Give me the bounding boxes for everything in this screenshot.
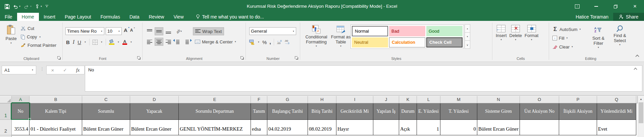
tell-me-box[interactable]: Tell me what you want to do... <box>196 13 264 21</box>
font-color-icon[interactable]: A <box>122 40 127 45</box>
collapse-ribbon-icon[interactable] <box>635 55 639 57</box>
column-header-K[interactable]: K <box>399 96 417 103</box>
formula-bar-drag-handle[interactable]: ⋮ <box>40 66 44 71</box>
column-header-O[interactable]: O <box>520 96 559 103</box>
touch-mode-button[interactable]: ▼ <box>35 4 42 9</box>
cell-E2[interactable]: GENEL YÖNETİM-MERKEZ <box>179 120 251 135</box>
ribbon-display-options-button[interactable]: ↑ <box>570 0 584 13</box>
share-button[interactable]: Share <box>613 13 644 21</box>
cell-C1[interactable]: Sorumlu <box>82 103 130 120</box>
cell-M2[interactable]: 0 <box>440 120 477 135</box>
clipboard-dialog-launcher-icon[interactable] <box>57 56 61 60</box>
orientation-button[interactable]: ab▼ <box>173 27 185 35</box>
format-painter-button[interactable]: Format Painter <box>21 41 56 49</box>
autosum-dropdown-icon[interactable]: ▼ <box>579 28 581 30</box>
cell-K1[interactable]: Durum <box>399 103 417 120</box>
bold-button[interactable]: B <box>66 39 70 45</box>
fill-dropdown-icon[interactable]: ▼ <box>566 37 568 39</box>
cell-D1[interactable]: Yapacak <box>130 103 179 120</box>
name-box-dropdown-icon[interactable]: ▼ <box>32 69 34 71</box>
cell-D2[interactable]: Bülent Ercan Güner <box>130 120 179 135</box>
select-all-corner[interactable] <box>0 96 12 103</box>
clear-button[interactable]: Clear ▼ <box>552 42 581 51</box>
scroll-up-icon[interactable]: ▲ <box>638 96 644 102</box>
column-header-F[interactable]: F <box>251 96 267 103</box>
restore-button[interactable] <box>608 0 623 13</box>
wrap-text-button[interactable]: Wrap Text <box>193 27 224 35</box>
undo-button[interactable]: ▼ <box>13 4 21 9</box>
cell-Q2[interactable]: Evet <box>597 120 636 135</box>
cell-A2[interactable]: 3553.4 <box>12 120 30 135</box>
formula-input[interactable]: No <box>85 65 642 92</box>
save-icon[interactable] <box>5 4 10 9</box>
cell-B1[interactable]: Kalem Tipi <box>30 103 82 120</box>
undo-dropdown-icon[interactable]: ▼ <box>19 5 21 7</box>
cell-H1[interactable]: Bitiş Tarihi <box>308 103 336 120</box>
gallery-more-icon[interactable]: —▼ <box>465 40 470 49</box>
conditional-formatting-dropdown-icon[interactable]: ▼ <box>315 45 317 47</box>
align-left-button[interactable] <box>145 38 154 46</box>
format-cells-button[interactable]: Format ▼ <box>525 25 538 41</box>
underline-button[interactable]: U <box>77 39 81 45</box>
row-header-2[interactable]: 2 <box>0 120 12 135</box>
decrease-indent-button[interactable] <box>173 38 182 46</box>
cell-O1[interactable]: Üst Aksiyon No <box>520 103 559 120</box>
paste-dropdown-icon[interactable]: ▼ <box>10 42 12 44</box>
font-size-combo[interactable]: 10▼ <box>106 27 122 35</box>
gallery-scroll-down-icon[interactable]: ▼ <box>465 32 470 41</box>
minimize-button[interactable] <box>589 0 603 13</box>
fill-color-dropdown-icon[interactable]: ▼ <box>117 41 119 43</box>
cell-M1[interactable]: T. Yüzdesi <box>440 103 477 120</box>
column-header-A[interactable]: A <box>12 96 30 103</box>
tab-insert[interactable]: Insert <box>39 13 60 21</box>
cell-B2[interactable]: 01 - Düzeltici Faaliyet <box>30 120 82 135</box>
merge-center-button[interactable]: ↔ Merge & Center ▼ <box>193 38 238 46</box>
cell-A1[interactable]: No <box>12 103 30 120</box>
cell-E1[interactable]: Sorumlu Departman <box>179 103 251 120</box>
column-header-I[interactable]: I <box>336 96 373 103</box>
font-color-dropdown-icon[interactable]: ▼ <box>130 41 132 43</box>
alignment-dialog-launcher-icon[interactable] <box>240 56 244 60</box>
center-button[interactable] <box>155 38 163 46</box>
align-right-button[interactable] <box>164 38 173 46</box>
increase-decimal-button[interactable]: ←.0.00 <box>277 40 282 44</box>
cell-K2[interactable]: Açık <box>399 120 417 135</box>
cut-button[interactable]: Cut <box>21 24 56 33</box>
column-header-D[interactable]: D <box>130 96 179 103</box>
column-header-E[interactable]: E <box>179 96 251 103</box>
cell-J1[interactable]: Yapılan İş <box>373 103 399 120</box>
tab-formulas[interactable]: Formulas <box>96 13 125 21</box>
insert-cells-button[interactable]: ← Insert ▼ <box>496 25 507 41</box>
column-header-B[interactable]: B <box>30 96 82 103</box>
insert-function-icon[interactable]: fx <box>76 67 80 73</box>
column-header-H[interactable]: H <box>308 96 336 103</box>
column-header-J[interactable]: J <box>373 96 399 103</box>
tab-home[interactable]: Home <box>17 13 39 21</box>
cell-F1[interactable]: Tanım <box>251 103 267 120</box>
decrease-font-size-button[interactable]: A▼ <box>130 28 133 33</box>
fill-button[interactable]: ↓ Fill ▼ <box>552 34 581 42</box>
borders-dropdown-icon[interactable]: ▼ <box>101 41 103 43</box>
merge-center-dropdown-icon[interactable]: ▼ <box>234 41 236 43</box>
percent-style-button[interactable]: % <box>262 39 267 45</box>
scrollbar-thumb[interactable] <box>639 102 643 123</box>
comma-style-button[interactable]: , <box>269 39 271 45</box>
tab-data[interactable]: Data <box>125 13 144 21</box>
cell-J2[interactable] <box>373 120 399 135</box>
find-select-dropdown-icon[interactable]: ▼ <box>619 44 621 46</box>
underline-dropdown-icon[interactable]: ▼ <box>84 41 86 43</box>
collapse-formula-bar-icon[interactable] <box>634 68 637 70</box>
italic-button[interactable]: I <box>73 39 74 45</box>
top-align-button[interactable] <box>145 27 154 35</box>
middle-align-button[interactable] <box>155 27 163 35</box>
autosum-button[interactable]: Σ AutoSum ▼ <box>552 25 581 34</box>
cell-P1[interactable]: İlişkili Aksiyon <box>559 103 597 120</box>
delete-dropdown-icon[interactable]: ▼ <box>515 39 517 41</box>
redo-dropdown-icon[interactable]: ▼ <box>30 5 32 7</box>
conditional-formatting-button[interactable]: ≠ Conditional Formatting ▼ <box>304 25 329 47</box>
cell-N2[interactable]: Bülent Ercan Güner <box>477 120 520 135</box>
column-header-Q[interactable]: Q <box>597 96 636 103</box>
column-header-C[interactable]: C <box>82 96 130 103</box>
cancel-icon[interactable]: × <box>51 67 54 73</box>
cell-H2[interactable]: 08.02.2019 <box>308 120 336 135</box>
